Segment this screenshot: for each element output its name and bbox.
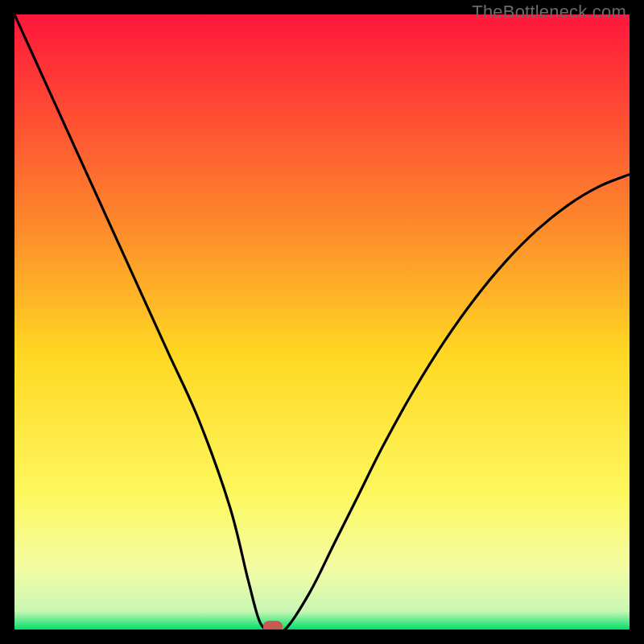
watermark-text: TheBottleneck.com — [472, 2, 626, 23]
bottleneck-chart — [14, 14, 630, 630]
chart-plot-area — [14, 14, 630, 630]
optimum-marker — [263, 621, 283, 630]
gradient-background — [14, 14, 630, 630]
